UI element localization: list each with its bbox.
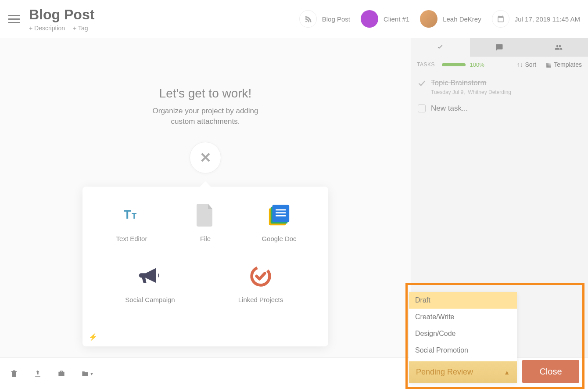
status-dropdown-list[interactable]: DraftCreate/WriteDesign/CodeSocial Promo… [409,292,517,361]
templates-button[interactable]: ▦ Templates [546,61,582,68]
attachment-label: Linked Projects [238,296,283,303]
menu-icon[interactable] [8,13,20,25]
close-icon: ✕ [200,149,212,166]
status-option[interactable]: Design/Code [409,325,517,342]
avatar [420,10,437,28]
attachment-label: Social Campaign [125,296,175,303]
attachment-label: Text Editor [116,235,147,242]
templates-label: Templates [554,61,582,68]
attachment-label: Google Doc [262,235,296,242]
tab-tasks[interactable] [411,38,470,57]
tasks-label: TASKS [417,61,435,68]
chip-date-label: Jul 17, 2019 11:45 AM [515,15,580,23]
task-check-done-icon[interactable] [417,79,427,88]
chevron-up-icon: ▲ [504,369,510,376]
chip-client[interactable]: Client #1 [361,10,409,28]
svg-rect-7 [276,215,286,216]
attachment-label: File [200,235,211,242]
comment-icon [495,43,503,51]
megaphone-icon [138,264,162,288]
new-task-checkbox-icon[interactable] [418,104,426,112]
status-option[interactable]: Social Promotion [409,342,517,359]
task-row[interactable]: Topic Brainstorm Tuesday Jul 9, Whitney … [416,76,583,98]
workspace: Let's get to work! Organize your project… [0,38,411,357]
close-button[interactable]: Close [522,360,579,383]
attachment-text-editor[interactable]: TT Text Editor [103,203,160,242]
svg-rect-6 [276,212,286,213]
share-button[interactable] [33,369,42,378]
status-current-label: Pending Review [416,367,473,377]
chip-owner-label: Leah DeKrey [443,15,481,23]
attachment-file[interactable]: File [177,203,234,242]
sort-button[interactable]: ↑↓ Sort [517,61,537,68]
attachment-linked-projects[interactable]: Linked Projects [232,264,289,303]
status-option[interactable]: Draft [409,292,517,309]
tab-comments[interactable] [470,38,529,57]
attachment-social-campaign[interactable]: Social Campaign [122,264,179,303]
svg-text:T: T [124,207,131,221]
calendar-icon [492,10,509,28]
briefcase-button[interactable] [57,369,66,378]
status-option[interactable]: Create/Write [409,309,517,325]
trash-button[interactable] [10,369,18,378]
chip-owner[interactable]: Leah DeKrey [420,10,481,28]
tasks-pct: 100% [470,61,484,68]
add-description-link[interactable]: + Description [29,25,65,32]
chip-content-type-label: Blog Post [322,15,350,23]
title-block: Blog Post + Description + Tag [29,7,94,32]
tab-followers[interactable] [529,38,588,57]
rss-icon [299,10,317,28]
svg-rect-5 [276,209,286,210]
people-icon [555,43,563,51]
task-title: Topic Brainstorm [431,79,511,87]
add-tag-link[interactable]: + Tag [73,25,88,32]
task-meta: Tuesday Jul 9, Whitney Deterding [431,89,511,95]
page-title: Blog Post [29,7,94,23]
workspace-title: Let's get to work! [159,86,252,101]
tasks-progress [442,63,466,66]
chip-content-type[interactable]: Blog Post [299,10,350,28]
text-editor-icon: TT [120,203,143,227]
google-doc-icon [267,203,291,227]
svg-text:T: T [132,211,137,220]
bolt-icon: ⚡ [89,333,97,341]
tasks-header: TASKS 100% ↑↓ Sort ▦ Templates [411,57,588,72]
chip-date[interactable]: Jul 17, 2019 11:45 AM [492,10,580,28]
workspace-subtitle: Organize your project by adding custom a… [140,106,271,127]
attachment-panel: TT Text Editor File [82,187,328,346]
sort-label: Sort [525,61,537,68]
status-dropdown-toggle[interactable]: Pending Review ▲ [409,361,517,383]
header: Blog Post + Description + Tag Blog Post … [0,0,588,38]
attachment-google-doc[interactable]: Google Doc [251,203,308,242]
close-button-label: Close [539,367,562,377]
chevron-down-icon: ▾ [90,371,93,377]
linked-projects-icon [249,264,272,288]
client-color-icon [361,10,378,28]
sort-icon: ↑↓ [517,61,523,68]
status-block: DraftCreate/WriteDesign/CodeSocial Promo… [409,292,579,383]
templates-icon: ▦ [546,61,552,68]
new-task-label: New task... [431,104,468,113]
chip-client-label: Client #1 [384,15,409,23]
check-icon [436,43,444,51]
new-task-row[interactable]: New task... [416,98,583,119]
file-icon [194,203,217,227]
folder-button[interactable]: ▾ [81,369,93,378]
close-attachments-button[interactable]: ✕ [190,142,221,173]
